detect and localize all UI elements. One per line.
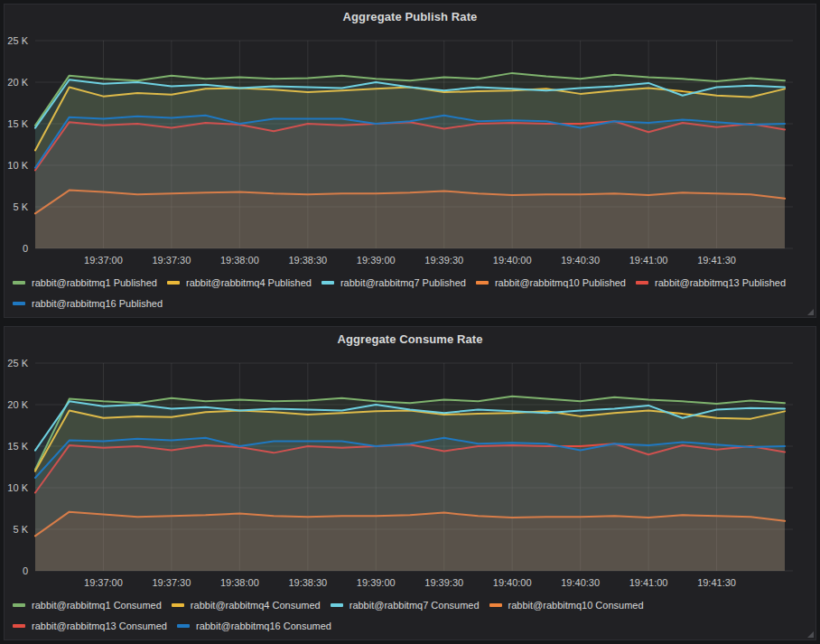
- panel-aggregate-consume-rate: Aggregate Consume Rate 25 K20 K15 K10 K5…: [4, 326, 816, 640]
- legend-swatch: [13, 302, 25, 305]
- legend-label: rabbit@rabbitmq7 Consumed: [349, 600, 480, 611]
- legend-label: rabbit@rabbitmq10 Published: [495, 277, 626, 288]
- legend-label: rabbit@rabbitmq10 Consumed: [508, 600, 644, 611]
- svg-text:0: 0: [23, 243, 28, 254]
- svg-text:15 K: 15 K: [7, 118, 28, 129]
- legend-item[interactable]: rabbit@rabbitmq4 Consumed: [172, 596, 321, 614]
- svg-text:10 K: 10 K: [7, 482, 28, 493]
- svg-text:19:38:30: 19:38:30: [288, 577, 327, 588]
- legend-label: rabbit@rabbitmq13 Published: [655, 277, 786, 288]
- svg-text:19:39:30: 19:39:30: [424, 577, 463, 588]
- svg-text:19:40:00: 19:40:00: [493, 255, 532, 266]
- svg-text:19:38:30: 19:38:30: [288, 255, 327, 266]
- svg-text:20 K: 20 K: [7, 399, 28, 410]
- svg-text:19:41:30: 19:41:30: [697, 255, 736, 266]
- svg-text:19:40:30: 19:40:30: [561, 255, 600, 266]
- legend-item[interactable]: rabbit@rabbitmq10 Consumed: [489, 596, 644, 614]
- svg-text:19:37:00: 19:37:00: [84, 255, 123, 266]
- legend-item[interactable]: rabbit@rabbitmq13 Published: [636, 274, 786, 292]
- legend-item[interactable]: rabbit@rabbitmq1 Consumed: [13, 596, 162, 614]
- panel-resize-handle[interactable]: [807, 631, 814, 638]
- legend-item[interactable]: rabbit@rabbitmq13 Consumed: [13, 617, 167, 635]
- panel-title: Aggregate Publish Rate: [343, 10, 478, 23]
- svg-text:19:37:00: 19:37:00: [84, 577, 123, 588]
- svg-text:10 K: 10 K: [7, 160, 28, 171]
- legend-swatch: [476, 281, 489, 285]
- consume-rate-legend: rabbit@rabbitmq1 Consumedrabbit@rabbitmq…: [5, 593, 815, 639]
- legend-swatch: [331, 603, 343, 607]
- svg-text:25 K: 25 K: [7, 35, 28, 46]
- legend-swatch: [13, 281, 25, 285]
- svg-text:25 K: 25 K: [7, 358, 28, 369]
- legend-item[interactable]: rabbit@rabbitmq1 Published: [13, 274, 157, 292]
- svg-text:19:41:30: 19:41:30: [697, 577, 736, 588]
- legend-label: rabbit@rabbitmq16 Published: [32, 298, 163, 309]
- svg-text:19:41:00: 19:41:00: [629, 577, 668, 588]
- publish-rate-legend: rabbit@rabbitmq1 Publishedrabbit@rabbitm…: [5, 270, 815, 317]
- publish-rate-chart[interactable]: 25 K20 K15 K10 K5 K019:37:0019:37:3019:3…: [5, 28, 815, 270]
- legend-label: rabbit@rabbitmq4 Consumed: [191, 600, 321, 611]
- svg-text:19:37:30: 19:37:30: [152, 577, 191, 588]
- legend-label: rabbit@rabbitmq16 Consumed: [196, 621, 331, 631]
- legend-label: rabbit@rabbitmq1 Published: [32, 277, 157, 288]
- legend-swatch: [13, 624, 25, 628]
- legend-item[interactable]: rabbit@rabbitmq10 Published: [476, 274, 626, 292]
- legend-swatch: [13, 603, 25, 607]
- legend-swatch: [636, 281, 648, 285]
- panel-aggregate-publish-rate: Aggregate Publish Rate 25 K20 K15 K10 K5…: [4, 4, 816, 318]
- legend-label: rabbit@rabbitmq1 Consumed: [32, 600, 162, 611]
- dashboard: Aggregate Publish Rate 25 K20 K15 K10 K5…: [0, 0, 820, 644]
- svg-text:20 K: 20 K: [7, 77, 28, 88]
- legend-item[interactable]: rabbit@rabbitmq7 Consumed: [331, 596, 480, 614]
- panel-resize-handle[interactable]: [807, 309, 814, 315]
- legend-item[interactable]: rabbit@rabbitmq16 Consumed: [177, 617, 331, 635]
- svg-text:15 K: 15 K: [7, 441, 28, 452]
- panel-header[interactable]: Aggregate Consume Rate: [5, 327, 815, 350]
- legend-swatch: [321, 281, 334, 285]
- svg-text:19:40:00: 19:40:00: [493, 577, 532, 588]
- svg-text:19:39:00: 19:39:00: [357, 255, 396, 266]
- svg-text:0: 0: [23, 565, 28, 576]
- svg-text:5 K: 5 K: [13, 201, 28, 212]
- panel-title: Aggregate Consume Rate: [337, 332, 482, 346]
- legend-swatch: [489, 603, 502, 607]
- svg-text:19:38:00: 19:38:00: [220, 255, 259, 266]
- svg-text:5 K: 5 K: [13, 524, 28, 535]
- legend-item[interactable]: rabbit@rabbitmq7 Published: [321, 274, 466, 292]
- legend-swatch: [177, 624, 190, 628]
- legend-item[interactable]: rabbit@rabbitmq4 Published: [167, 274, 312, 292]
- svg-text:19:37:30: 19:37:30: [152, 255, 191, 266]
- legend-item[interactable]: rabbit@rabbitmq16 Published: [13, 294, 163, 313]
- legend-swatch: [167, 281, 180, 285]
- svg-text:19:40:30: 19:40:30: [561, 577, 600, 588]
- svg-text:19:41:00: 19:41:00: [629, 255, 668, 266]
- legend-label: rabbit@rabbitmq4 Published: [186, 277, 312, 288]
- svg-text:19:39:00: 19:39:00: [357, 577, 396, 588]
- svg-text:19:38:00: 19:38:00: [220, 577, 259, 588]
- panel-header[interactable]: Aggregate Publish Rate: [5, 5, 815, 28]
- consume-rate-chart[interactable]: 25 K20 K15 K10 K5 K019:37:0019:37:3019:3…: [5, 350, 815, 593]
- svg-text:19:39:30: 19:39:30: [424, 255, 463, 266]
- legend-swatch: [172, 603, 184, 607]
- legend-label: rabbit@rabbitmq7 Published: [340, 277, 466, 288]
- legend-label: rabbit@rabbitmq13 Consumed: [32, 621, 167, 631]
